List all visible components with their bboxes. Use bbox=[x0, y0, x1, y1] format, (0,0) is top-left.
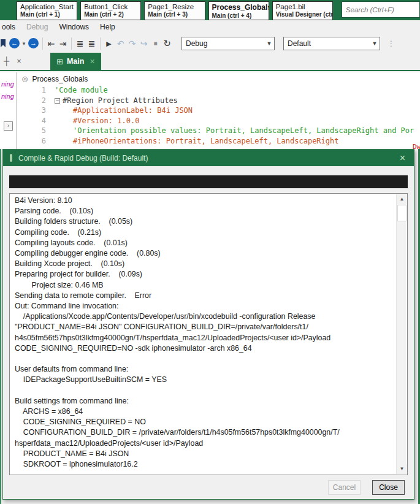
tab-close-icon[interactable]: × bbox=[90, 56, 94, 66]
close-button[interactable]: Close bbox=[372, 480, 405, 495]
tab-main[interactable]: ⊞ Main × bbox=[50, 53, 101, 70]
quicktab-subtitle: Main (ctrl + 4) bbox=[212, 12, 265, 19]
quicktab-title: Process_Globals bbox=[212, 3, 265, 12]
rebuild-icon[interactable]: ↻ bbox=[161, 37, 173, 50]
dialog-titlebar[interactable]: Compile & Rapid Debug (Build: Default) × bbox=[3, 150, 414, 166]
warnings-panel: ning ning › bbox=[0, 72, 17, 150]
menu-tools[interactable]: ools bbox=[0, 21, 21, 33]
toolbar-separator bbox=[100, 37, 101, 50]
code-text: 'Orientation possible values: Portrait, … bbox=[55, 126, 414, 136]
line-number: 3 bbox=[17, 105, 55, 116]
quicktab-process-globals[interactable]: Process_Globals Main (ctrl + 4) bbox=[208, 1, 269, 20]
run-icon[interactable]: ▶ bbox=[103, 37, 115, 50]
menu-bar: ools Debug Windows Help bbox=[0, 20, 420, 34]
dialog-close-icon[interactable]: × bbox=[400, 153, 405, 163]
navigate-back-icon[interactable]: ← bbox=[9, 38, 20, 48]
quicktab-title: Page1_Resize bbox=[148, 3, 201, 10]
dialog-title: Compile & Rapid Debug (Build: Default) bbox=[18, 154, 148, 162]
code-line: 6 #iPhoneOrientations: Portrait, Landsca… bbox=[17, 136, 420, 147]
compile-log-text: B4i Version: 8.10 Parsing code. (0.10s) … bbox=[10, 194, 407, 472]
toolbar-separator bbox=[71, 37, 72, 50]
quicktab-application-start[interactable]: Application_Start Main (ctrl + 1) bbox=[17, 1, 77, 20]
search-box bbox=[342, 1, 420, 18]
quick-access-bar: Application_Start Main (ctrl + 1) Button… bbox=[0, 0, 420, 20]
build-configuration-dropdown[interactable]: Debug ▼ bbox=[181, 37, 275, 50]
compile-dialog: Compile & Rapid Debug (Build: Default) ×… bbox=[2, 149, 414, 500]
sub-icon: ◎ bbox=[22, 75, 28, 83]
indent-increase-icon[interactable]: ⇥ bbox=[57, 37, 69, 50]
window-border-left bbox=[0, 149, 1, 504]
code-text: −#Region Project Attributes bbox=[55, 96, 178, 106]
step-over-icon: ↷ bbox=[126, 37, 138, 50]
toolbar-grip-icon: ⋮ bbox=[388, 39, 395, 48]
uncomment-icon[interactable]: ≣ bbox=[86, 37, 97, 50]
quicktab-subtitle: Main (ctrl + 3) bbox=[148, 11, 201, 18]
chevron-down-icon: ▼ bbox=[370, 40, 380, 47]
panel-expand-button[interactable]: › bbox=[4, 121, 13, 131]
scrollbar-thumb[interactable] bbox=[397, 205, 407, 221]
stop-icon: ■ bbox=[150, 37, 161, 50]
build-profile-value: Default bbox=[288, 39, 370, 48]
chevron-down-icon: ▼ bbox=[264, 40, 274, 47]
scroll-down-icon[interactable]: ▼ bbox=[397, 464, 407, 474]
breadcrumb: ◎ Process_Globals bbox=[17, 72, 420, 85]
line-number: 1 bbox=[17, 85, 55, 96]
code-line: 5 'Orientation possible values: Portrait… bbox=[17, 126, 420, 136]
cancel-button: Cancel bbox=[328, 480, 361, 495]
warning-text-clipped: ning bbox=[0, 78, 16, 90]
code-line: 2 −#Region Project Attributes bbox=[17, 96, 420, 106]
menu-debug: Debug bbox=[21, 21, 53, 33]
code-area[interactable]: ◎ Process_Globals 1 'Code module 2 −#Reg… bbox=[17, 72, 420, 150]
code-line: 1 'Code module bbox=[17, 85, 420, 96]
region-collapse-icon[interactable]: − bbox=[55, 98, 60, 104]
code-text: 'Code module bbox=[55, 85, 108, 96]
code-text: #ApplicationLabel: B4i JSON bbox=[55, 105, 193, 116]
quicktab-button1-click[interactable]: Button1_Click Main (ctrl + 2) bbox=[80, 1, 141, 20]
quicktab-subtitle: Visual Designer (ctr bbox=[276, 11, 329, 18]
line-number: 5 bbox=[17, 126, 55, 136]
document-tabstrip: ┼ × ⊞ Main × bbox=[0, 53, 420, 71]
toolbar-separator bbox=[42, 37, 43, 50]
code-text: #Version: 1.0.0 bbox=[55, 116, 139, 126]
step-into-icon: ↶ bbox=[115, 37, 126, 50]
progress-bar bbox=[9, 175, 408, 188]
indent-decrease-icon[interactable]: ⇤ bbox=[45, 37, 57, 50]
search-input[interactable] bbox=[342, 2, 419, 17]
code-line: 3 #ApplicationLabel: B4i JSON bbox=[17, 105, 420, 116]
code-lines: 1 'Code module 2 −#Region Project Attrib… bbox=[17, 85, 420, 146]
code-text: #iPhoneOrientations: Portrait, Landscape… bbox=[55, 136, 338, 147]
back-history-caret-icon[interactable]: ▾ bbox=[21, 37, 27, 50]
toolbar: ← ▾ → ⇤ ⇥ ≣ ≣ ▶ ↶ ↷ ↪ ■ ↻ Debug ▼ Defaul… bbox=[0, 34, 420, 53]
log-scrollbar[interactable]: ▲ ▼ bbox=[396, 194, 407, 474]
quicktab-title: Page1.bil bbox=[276, 3, 329, 10]
dialog-buttons: Cancel Close bbox=[328, 480, 405, 495]
dialog-icon bbox=[10, 154, 12, 162]
comment-icon[interactable]: ≣ bbox=[74, 37, 86, 50]
quicktab-title: Application_Start bbox=[20, 3, 74, 10]
bookmark-icon[interactable] bbox=[1, 39, 6, 47]
code-editor: ning ning › ◎ Process_Globals 1 'Code mo… bbox=[0, 72, 420, 150]
warning-text-clipped: ning bbox=[0, 90, 16, 102]
quicktab-subtitle: Main (ctrl + 1) bbox=[20, 11, 74, 18]
pin-icon[interactable]: ┼ bbox=[4, 56, 9, 66]
breadcrumb-label[interactable]: Process_Globals bbox=[32, 75, 88, 83]
menu-help[interactable]: Help bbox=[94, 21, 121, 33]
module-icon: ⊞ bbox=[56, 57, 63, 66]
compile-log[interactable]: B4i Version: 8.10 Parsing code. (0.10s) … bbox=[9, 193, 408, 475]
navigate-forward-icon[interactable]: → bbox=[28, 38, 39, 48]
tab-main-label: Main bbox=[67, 57, 84, 66]
code-line: 4 #Version: 1.0.0 bbox=[17, 116, 420, 126]
quicktab-subtitle: Main (ctrl + 2) bbox=[84, 11, 137, 18]
scroll-up-icon[interactable]: ▲ bbox=[397, 194, 407, 204]
menu-windows[interactable]: Windows bbox=[53, 21, 94, 33]
line-number: 6 bbox=[17, 136, 55, 147]
line-number: 4 bbox=[17, 116, 55, 126]
quicktab-page1-resize[interactable]: Page1_Resize Main (ctrl + 3) bbox=[144, 1, 205, 20]
build-profile-dropdown[interactable]: Default ▼ bbox=[283, 37, 380, 50]
build-configuration-value: Debug bbox=[186, 39, 264, 48]
quicktab-page1-bil[interactable]: Page1.bil Visual Designer (ctr bbox=[272, 1, 333, 20]
line-number: 2 bbox=[17, 96, 55, 106]
quicktab-title: Button1_Click bbox=[84, 3, 137, 10]
step-out-icon: ↪ bbox=[138, 37, 150, 50]
panel-close-icon[interactable]: × bbox=[17, 56, 21, 66]
